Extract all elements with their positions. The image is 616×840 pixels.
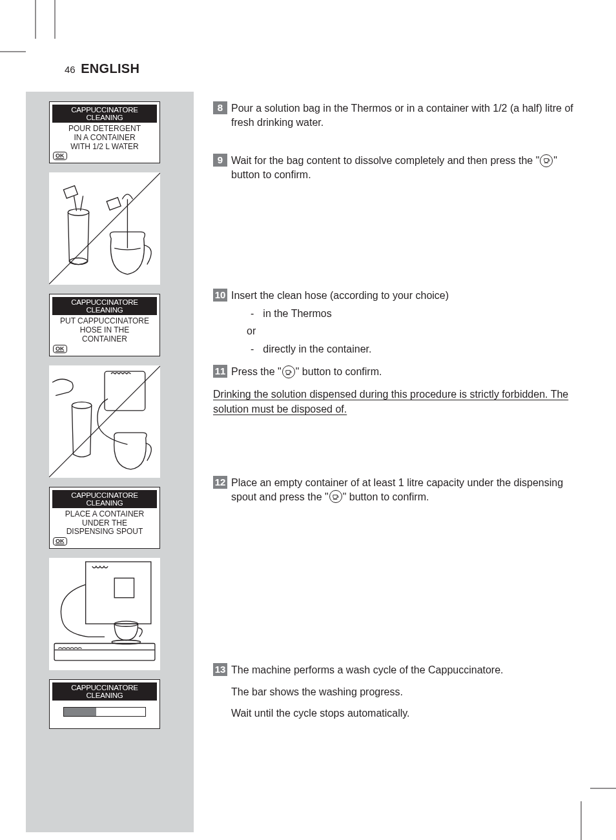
svg-rect-16 — [86, 562, 151, 624]
step-number: 9 — [213, 154, 227, 167]
svg-rect-17 — [114, 579, 134, 598]
step-number: 11 — [213, 365, 227, 378]
step-text: The machine performs a wash cycle of the… — [231, 663, 504, 721]
step-number: 10 — [213, 289, 227, 302]
cup-ok-icon — [282, 365, 295, 378]
progress-bar — [63, 707, 146, 717]
step-text: Press the "" button to confirm. — [231, 365, 382, 379]
step-number: 12 — [213, 476, 227, 489]
lcd-display-3: CAPPUCCINATORE CLEANING PLACE A CONTAINE… — [49, 487, 160, 549]
lcd-body: PLACE A CONTAINER UNDER THE DISPENSING S… — [52, 510, 157, 546]
illustration-pour-detergent — [49, 172, 160, 285]
step-9: 9 Wait for the bag content to dissolve c… — [213, 154, 588, 181]
svg-point-6 — [68, 209, 88, 216]
step-12: 12 Place an empty container of at least … — [213, 476, 588, 504]
lcd-display-1: CAPPUCCINATORE CLEANING POUR DETERGENT I… — [49, 101, 160, 163]
step-text: Place an empty container of at least 1 l… — [231, 476, 588, 504]
lcd-body: POUR DETERGENT IN A CONTAINER WITH 1/2 L… — [52, 125, 157, 160]
page-number: 46 — [65, 64, 76, 75]
svg-rect-14 — [54, 644, 155, 661]
lcd-display-2: CAPPUCCINATORE CLEANING PUT CAPPUCCINATO… — [49, 294, 160, 356]
step-text: Wait for the bag content to dissolve com… — [231, 154, 588, 181]
warning-text: Drinking the solution dispensed during t… — [213, 387, 588, 416]
lcd-body: PUT CAPPUCCINATORE HOSE IN THE CONTAINER — [52, 317, 157, 353]
ok-icon: OK — [53, 537, 67, 546]
cup-ok-icon — [329, 490, 342, 503]
step-number: 13 — [213, 663, 227, 676]
step-text: Insert the clean hose (according to your… — [231, 289, 449, 360]
svg-point-13 — [72, 402, 91, 408]
progress-bar-fill — [64, 708, 96, 716]
cup-ok-icon — [540, 154, 553, 167]
lcd-title: CAPPUCCINATORE CLEANING — [52, 105, 157, 123]
step-13: 13 The machine performs a wash cycle of … — [213, 663, 588, 721]
ok-icon: OK — [53, 345, 67, 353]
lcd-title: CAPPUCCINATORE CLEANING — [52, 682, 157, 701]
step-text: Pour a solution bag in the Thermos or in… — [231, 101, 588, 129]
step-8: 8 Pour a solution bag in the Thermos or … — [213, 101, 588, 129]
step-11: 11 Press the "" button to confirm. — [213, 365, 588, 379]
language-label: ENGLISH — [81, 61, 139, 76]
step-10: 10 Insert the clean hose (according to y… — [213, 289, 588, 360]
svg-rect-10 — [107, 198, 121, 210]
lcd-title: CAPPUCCINATORE CLEANING — [52, 297, 157, 315]
main-column: 8 Pour a solution bag in the Thermos or … — [194, 92, 588, 832]
crop-marks-top-left — [0, 0, 65, 65]
lcd-title: CAPPUCCINATORE CLEANING — [52, 490, 157, 508]
sidebar-column: CAPPUCCINATORE CLEANING POUR DETERGENT I… — [26, 92, 194, 832]
illustration-hose-container — [49, 365, 160, 478]
ok-icon: OK — [53, 152, 67, 160]
lcd-display-4-progress: CAPPUCCINATORE CLEANING — [49, 679, 160, 729]
svg-rect-8 — [63, 186, 77, 199]
illustration-container-under-spout — [49, 558, 160, 670]
page-header: 46 ENGLISH — [65, 61, 588, 76]
svg-rect-12 — [105, 371, 145, 411]
step-number: 8 — [213, 101, 227, 114]
svg-line-5 — [49, 173, 160, 284]
